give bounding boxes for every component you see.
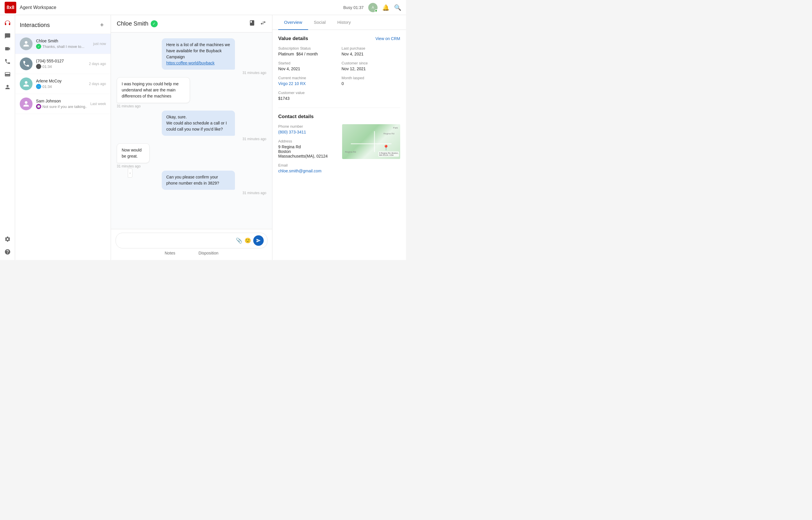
chat-contact-name: Chloe Smith ✓ — [117, 20, 158, 27]
chat-channel-icon: 💬 — [36, 104, 41, 109]
emoji-icon[interactable]: 🙂 — [245, 237, 251, 244]
message-bubble-5: Can you please confirm your phone number… — [162, 171, 235, 190]
map-placeholder: Park Regina Rd Regina Rd 📍 9 Regina Rd, … — [342, 124, 400, 159]
email-value[interactable]: chloe.smith@gmail.com — [278, 168, 400, 173]
message-time-4: 31 minutes ago — [117, 164, 164, 168]
interaction-preview-phone: 📞 01:34 — [36, 64, 85, 69]
avatar-chloe — [20, 37, 32, 50]
customer-value: Customer value $1743 — [278, 90, 337, 101]
app-title: Agent Workspace — [20, 5, 340, 10]
interaction-info-sam: Sam Johnson 💬 Not sure if you are talkin… — [36, 99, 87, 109]
main-layout: Interactions + Chloe Smith ✓ Thanks, sha… — [0, 15, 406, 260]
send-button[interactable] — [253, 235, 264, 246]
section-divider — [278, 108, 400, 108]
notes-tab[interactable]: Notes — [165, 251, 175, 255]
headset-icon[interactable] — [2, 18, 14, 29]
customer-since: Customer since Nov 12, 2021 — [342, 61, 400, 71]
view-crm-link[interactable]: View on CRM — [375, 36, 400, 41]
avatar-sam — [20, 98, 32, 110]
contacts-icon[interactable] — [2, 81, 14, 93]
message-time-3: 31 minutes ago — [162, 137, 267, 141]
avatar-phone — [20, 57, 32, 70]
map-road-h — [351, 144, 392, 144]
settings-icon[interactable] — [2, 233, 14, 245]
chat-header-actions — [249, 20, 266, 28]
phone-nav-icon[interactable] — [2, 56, 14, 67]
chat-messages: Here is a list of all the machines we ha… — [111, 32, 272, 229]
chat-header: Chloe Smith ✓ — [111, 15, 272, 32]
tab-history[interactable]: History — [331, 15, 356, 30]
chat-nav-icon[interactable] — [2, 30, 14, 42]
interaction-time-phone: 2 days ago — [89, 62, 106, 66]
value-details-title: Value details — [278, 36, 308, 42]
whatsapp-badge: ✓ — [151, 20, 158, 27]
chat-input[interactable] — [119, 238, 233, 243]
interactions-title: Interactions — [20, 22, 50, 28]
contact-details-title: Contact details — [278, 114, 314, 120]
subscription-status: Subscription Status Platinum $64 / month — [278, 46, 337, 56]
interaction-time-chloe: just now — [93, 42, 106, 46]
message-1: Here is a list of all the machines we ha… — [162, 38, 267, 75]
interaction-time-arlene: 2 days ago — [89, 82, 106, 86]
chat-bottom-tabs: Notes Disposition — [116, 249, 268, 257]
logo: 8x8 — [5, 2, 16, 14]
tab-social[interactable]: Social — [308, 15, 331, 30]
chat-area: Chloe Smith ✓ Here is a list of all the … — [111, 15, 272, 260]
month-lapsed: Month lasped 0 — [342, 76, 400, 86]
interaction-info-chloe: Chloe Smith ✓ Thanks, shall I move to... — [36, 38, 90, 49]
bell-icon[interactable]: 🔔 — [382, 4, 390, 11]
transfer-icon[interactable] — [260, 20, 266, 28]
right-panel: Overview Social History Value details Vi… — [272, 15, 406, 260]
interaction-list: Chloe Smith ✓ Thanks, shall I move to...… — [15, 34, 110, 260]
message-time-2: 31 minutes ago — [117, 104, 222, 108]
status-indicator: Busy 01:37 — [343, 5, 364, 10]
help-icon[interactable] — [2, 246, 14, 258]
nav-sidebar — [0, 15, 15, 260]
collapse-arrow[interactable]: ‹ — [128, 168, 132, 178]
current-machine: Current machine Virgo 22 10 RX — [278, 76, 337, 86]
message-2: I was hoping you could help me understan… — [117, 77, 222, 108]
message-3: Okay, sure.We could also schedule a call… — [162, 110, 267, 141]
whatsapp-icon: ✓ — [36, 44, 41, 49]
chat-input-row: 📎 🙂 — [116, 233, 268, 249]
interaction-name-phone: (704) 555-0127 — [36, 59, 85, 63]
message-time-5: 31 minutes ago — [162, 191, 267, 195]
online-dot — [375, 9, 377, 12]
interactions-panel: Interactions + Chloe Smith ✓ Thanks, sha… — [15, 15, 111, 260]
interaction-name-arlene: Arlene McCoy — [36, 79, 85, 83]
nav-bottom — [2, 233, 14, 258]
map-inner: Park Regina Rd Regina Rd 📍 9 Regina Rd, … — [342, 124, 400, 159]
interaction-preview-chloe: ✓ Thanks, shall I move to... — [36, 44, 90, 49]
map-address-label: 9 Regina Rd, Boston,MA 02124, USA — [378, 152, 399, 157]
video-icon[interactable] — [2, 43, 14, 55]
search-icon[interactable]: 🔍 — [394, 4, 401, 11]
started-date: Started Nov 4, 2021 — [278, 61, 337, 71]
message-4: Now would be great. 31 minutes ago — [117, 144, 164, 168]
tab-overview[interactable]: Overview — [278, 15, 308, 30]
attachment-icon[interactable]: 📎 — [236, 237, 242, 244]
right-content: Value details View on CRM Subscription S… — [272, 30, 406, 260]
map-road-label: Regina Rd — [383, 132, 394, 135]
map-road-v — [374, 131, 375, 152]
map-park-label: Park — [393, 127, 398, 129]
add-interaction-button[interactable]: + — [98, 21, 106, 29]
disposition-tab[interactable]: Disposition — [199, 251, 218, 255]
agent-avatar[interactable]: A — [368, 3, 377, 12]
contact-map-container: Park Regina Rd Regina Rd 📍 9 Regina Rd, … — [278, 124, 400, 178]
book-icon[interactable] — [249, 20, 255, 28]
interaction-item-sam[interactable]: Sam Johnson 💬 Not sure if you are talkin… — [15, 94, 110, 114]
interaction-item-arlene[interactable]: Arlene McCoy 🐦 01:34 2 days ago — [15, 74, 110, 94]
interaction-name-chloe: Chloe Smith — [36, 38, 90, 43]
interaction-preview-sam: 💬 Not sure if you are talking... — [36, 104, 87, 109]
last-purchase: Last purchase Nov 4, 2021 — [342, 46, 400, 56]
interaction-info-phone: (704) 555-0127 📞 01:34 — [36, 59, 85, 69]
buyback-link[interactable]: https:coffee-world/buyback — [166, 61, 215, 65]
interaction-item-phone[interactable]: (704) 555-0127 📞 01:34 2 days ago — [15, 54, 110, 74]
voicemail-icon[interactable] — [2, 69, 14, 80]
message-bubble-1: Here is a list of all the machines we ha… — [162, 38, 235, 70]
interaction-item-chloe[interactable]: Chloe Smith ✓ Thanks, shall I move to...… — [15, 34, 110, 54]
contact-section: Park Regina Rd Regina Rd 📍 9 Regina Rd, … — [278, 124, 400, 178]
interaction-time-sam: Last week — [90, 102, 106, 106]
message-bubble-2: I was hoping you could help me understan… — [117, 77, 190, 103]
message-5: Can you please confirm your phone number… — [162, 171, 267, 195]
